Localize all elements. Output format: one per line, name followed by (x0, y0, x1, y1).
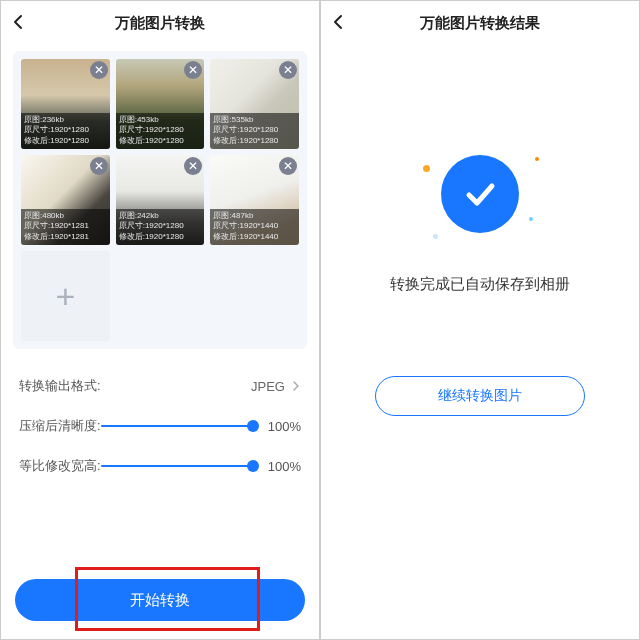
remove-icon[interactable]: ✕ (184, 157, 202, 175)
start-convert-label: 开始转换 (130, 591, 190, 610)
thumb-size: 原图:453kb (119, 115, 202, 125)
thumb-size: 原图:236kb (24, 115, 107, 125)
ratio-row: 等比修改宽高: 100% (19, 457, 301, 475)
thumb-size: 原图:242kb (119, 211, 202, 221)
image-thumb[interactable]: ✕ 原图:487kb 原尺寸:1920*1440 修改后:1920*1440 (210, 155, 299, 245)
thumb-size: 原图:535kb (213, 115, 296, 125)
thumb-mod: 修改后:1920*1280 (119, 232, 202, 242)
thumb-mod: 修改后:1920*1280 (213, 136, 296, 146)
thumb-orig: 原尺寸:1920*1280 (24, 125, 107, 135)
thumb-orig: 原尺寸:1920*1440 (213, 221, 296, 231)
format-value: JPEG (251, 379, 285, 394)
converter-screen: 万能图片转换 ✕ 原图:236kb 原尺寸:1920*1280 修改后:1920… (0, 0, 320, 640)
add-image-button[interactable]: + (21, 251, 110, 341)
thumb-meta: 原图:242kb 原尺寸:1920*1280 修改后:1920*1280 (116, 209, 205, 245)
slider-thumb-icon[interactable] (247, 460, 259, 472)
remove-icon[interactable]: ✕ (184, 61, 202, 79)
thumb-orig: 原尺寸:1920*1281 (24, 221, 107, 231)
image-thumb[interactable]: ✕ 原图:242kb 原尺寸:1920*1280 修改后:1920*1280 (116, 155, 205, 245)
page-title: 万能图片转换 (115, 14, 205, 33)
header: 万能图片转换结果 (321, 1, 639, 45)
thumb-mod: 修改后:1920*1281 (24, 232, 107, 242)
thumb-mod: 修改后:1920*1280 (24, 136, 107, 146)
image-grid: ✕ 原图:236kb 原尺寸:1920*1280 修改后:1920*1280 ✕… (13, 51, 307, 349)
chevron-right-icon (291, 378, 301, 394)
clarity-value: 100% (263, 419, 301, 434)
page-title: 万能图片转换结果 (420, 14, 540, 33)
image-thumb[interactable]: ✕ 原图:453kb 原尺寸:1920*1280 修改后:1920*1280 (116, 59, 205, 149)
thumb-meta: 原图:453kb 原尺寸:1920*1280 修改后:1920*1280 (116, 113, 205, 149)
image-thumb[interactable]: ✕ 原图:535kb 原尺寸:1920*1280 修改后:1920*1280 (210, 59, 299, 149)
thumb-mod: 修改后:1920*1440 (213, 232, 296, 242)
clarity-slider[interactable] (101, 418, 253, 434)
plus-icon: + (55, 277, 75, 316)
result-screen: 万能图片转换结果 转换完成已自动保存到相册 继续转换图片 (320, 0, 640, 640)
ratio-value: 100% (263, 459, 301, 474)
result-message: 转换完成已自动保存到相册 (390, 275, 570, 294)
clarity-row: 压缩后清晰度: 100% (19, 417, 301, 435)
remove-icon[interactable]: ✕ (279, 157, 297, 175)
decoration-dot (529, 217, 533, 221)
thumb-meta: 原图:487kb 原尺寸:1920*1440 修改后:1920*1440 (210, 209, 299, 245)
image-thumb[interactable]: ✕ 原图:236kb 原尺寸:1920*1280 修改后:1920*1280 (21, 59, 110, 149)
image-thumb[interactable]: ✕ 原图:480kb 原尺寸:1920*1281 修改后:1920*1281 (21, 155, 110, 245)
slider-thumb-icon[interactable] (247, 420, 259, 432)
start-convert-button[interactable]: 开始转换 (15, 579, 305, 621)
format-label: 转换输出格式: (19, 377, 101, 395)
remove-icon[interactable]: ✕ (279, 61, 297, 79)
format-row[interactable]: 转换输出格式: JPEG (19, 377, 301, 395)
ratio-label: 等比修改宽高: (19, 457, 101, 475)
back-icon[interactable] (11, 13, 27, 33)
thumb-meta: 原图:236kb 原尺寸:1920*1280 修改后:1920*1280 (21, 113, 110, 149)
thumb-mod: 修改后:1920*1280 (119, 136, 202, 146)
remove-icon[interactable]: ✕ (90, 61, 108, 79)
thumb-meta: 原图:535kb 原尺寸:1920*1280 修改后:1920*1280 (210, 113, 299, 149)
success-check-icon (441, 155, 519, 233)
thumb-orig: 原尺寸:1920*1280 (213, 125, 296, 135)
decoration-dot (433, 234, 438, 239)
thumb-meta: 原图:480kb 原尺寸:1920*1281 修改后:1920*1281 (21, 209, 110, 245)
thumb-orig: 原尺寸:1920*1280 (119, 125, 202, 135)
back-icon[interactable] (331, 13, 347, 33)
settings: 转换输出格式: JPEG 压缩后清晰度: 100% 等比修改宽高: (19, 377, 301, 497)
continue-convert-button[interactable]: 继续转换图片 (375, 376, 585, 416)
remove-icon[interactable]: ✕ (90, 157, 108, 175)
thumb-size: 原图:480kb (24, 211, 107, 221)
thumb-orig: 原尺寸:1920*1280 (119, 221, 202, 231)
clarity-label: 压缩后清晰度: (19, 417, 101, 435)
decoration-dot (535, 157, 539, 161)
thumb-size: 原图:487kb (213, 211, 296, 221)
continue-label: 继续转换图片 (438, 387, 522, 405)
ratio-slider[interactable] (101, 458, 253, 474)
header: 万能图片转换 (1, 1, 319, 45)
decoration-dot (423, 165, 430, 172)
